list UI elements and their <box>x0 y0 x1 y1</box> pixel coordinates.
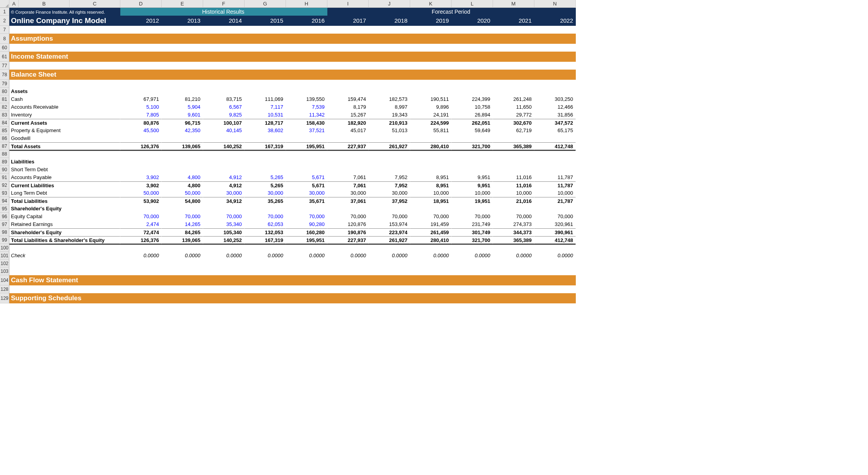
cell[interactable]: 261,459 <box>410 228 452 236</box>
blank-row[interactable] <box>9 44 576 52</box>
cell[interactable]: 7,952 <box>369 174 410 181</box>
year-2016[interactable]: 2016 <box>286 16 327 26</box>
cell[interactable]: 100,107 <box>203 119 245 127</box>
cell[interactable]: 34,912 <box>203 197 245 205</box>
col-header-I[interactable]: I <box>327 0 369 8</box>
cell[interactable]: 19,951 <box>452 197 493 205</box>
label-ppe[interactable]: Property & Equipment <box>9 127 120 134</box>
cell[interactable]: 10,000 <box>493 189 534 197</box>
cell[interactable]: 182,920 <box>327 119 369 127</box>
spreadsheet-grid[interactable]: A B C D E F G H I J K L M N 1 © Corporat… <box>0 0 868 303</box>
row-header[interactable]: 87 <box>0 142 9 150</box>
year-2015[interactable]: 2015 <box>245 16 286 26</box>
row-header[interactable]: 89 <box>0 158 9 166</box>
cell[interactable]: 9,601 <box>162 111 203 119</box>
blank-row[interactable] <box>9 26 576 34</box>
cell[interactable]: 37,521 <box>286 127 327 134</box>
label-inventory[interactable]: Inventory <box>9 111 120 119</box>
cell[interactable]: 0.0000 <box>203 252 245 260</box>
cell[interactable]: 50,000 <box>120 189 162 197</box>
year-2013[interactable]: 2013 <box>162 16 203 26</box>
cell[interactable]: 81,210 <box>162 95 203 103</box>
cell[interactable]: 30,000 <box>203 189 245 197</box>
cell[interactable]: 7,061 <box>327 174 369 181</box>
row-header[interactable]: 83 <box>0 111 9 119</box>
cell[interactable]: 5,671 <box>286 181 327 189</box>
row-header[interactable]: 95 <box>0 205 9 213</box>
year-2012[interactable]: 2012 <box>120 16 162 26</box>
cell[interactable]: 120,876 <box>327 220 369 228</box>
cell[interactable]: 5,265 <box>245 174 286 181</box>
cell[interactable]: 14,265 <box>162 220 203 228</box>
cell[interactable]: 12,466 <box>534 103 576 111</box>
section-assumptions[interactable]: Assumptions <box>9 34 576 44</box>
cell[interactable]: 11,787 <box>534 174 576 181</box>
label-check[interactable]: Check <box>9 252 120 260</box>
cell[interactable]: 261,248 <box>493 95 534 103</box>
cell[interactable]: 9,825 <box>203 111 245 119</box>
cell[interactable]: 0.0000 <box>452 252 493 260</box>
row-header[interactable]: 128 <box>0 285 9 293</box>
cell[interactable]: 153,974 <box>369 220 410 228</box>
cell[interactable]: 301,749 <box>452 228 493 236</box>
cell[interactable]: 227,937 <box>327 236 369 244</box>
cell[interactable]: 37,061 <box>327 197 369 205</box>
row-header[interactable]: 84 <box>0 119 9 127</box>
cell[interactable]: 0.0000 <box>327 252 369 260</box>
cell[interactable]: 158,430 <box>286 119 327 127</box>
cell[interactable]: 11,342 <box>286 111 327 119</box>
row-header[interactable]: 98 <box>0 228 9 236</box>
row-header[interactable]: 61 <box>0 52 9 62</box>
cell[interactable]: 5,671 <box>286 174 327 181</box>
cell[interactable]: 365,389 <box>493 142 534 150</box>
cell[interactable]: 347,572 <box>534 119 576 127</box>
row-header[interactable]: 101 <box>0 252 9 260</box>
cell[interactable]: 10,000 <box>452 189 493 197</box>
cell[interactable]: 24,191 <box>410 111 452 119</box>
select-all-corner[interactable] <box>0 0 9 8</box>
cell[interactable]: 132,053 <box>245 228 286 236</box>
row-header[interactable]: 80 <box>0 88 9 95</box>
cell[interactable]: 365,389 <box>493 236 534 244</box>
cell[interactable]: 31,856 <box>534 111 576 119</box>
row-header[interactable]: 8 <box>0 34 9 44</box>
cell[interactable]: 190,876 <box>327 228 369 236</box>
cell[interactable]: 139,065 <box>162 142 203 150</box>
year-2020[interactable]: 2020 <box>452 16 493 26</box>
cell[interactable]: 40,145 <box>203 127 245 134</box>
cell[interactable]: 8,179 <box>327 103 369 111</box>
cell[interactable]: 4,912 <box>203 181 245 189</box>
cell[interactable]: 4,800 <box>162 181 203 189</box>
cell[interactable]: 10,000 <box>410 189 452 197</box>
cell[interactable]: 261,927 <box>369 142 410 150</box>
col-header-K[interactable]: K <box>410 0 452 8</box>
cell[interactable]: 55,811 <box>410 127 452 134</box>
row-header[interactable]: 88 <box>0 150 9 158</box>
row-header[interactable]: 86 <box>0 134 9 142</box>
label-current-assets[interactable]: Current Assets <box>9 119 120 127</box>
cell[interactable]: 321,700 <box>452 142 493 150</box>
label-ar[interactable]: Accounts Receivable <box>9 103 120 111</box>
col-header-L[interactable]: L <box>452 0 493 8</box>
col-header-A[interactable]: A <box>9 0 19 8</box>
row-header[interactable]: 93 <box>0 189 9 197</box>
section-cashflow[interactable]: Cash Flow Statement <box>9 275 576 285</box>
cell[interactable]: 280,410 <box>410 236 452 244</box>
cell[interactable]: 11,787 <box>534 181 576 189</box>
cell[interactable]: 390,961 <box>534 228 576 236</box>
cell[interactable]: 70,000 <box>286 213 327 220</box>
row-header[interactable]: 79 <box>0 80 9 88</box>
cell[interactable]: 26,894 <box>452 111 493 119</box>
cell[interactable]: 11,016 <box>493 181 534 189</box>
cell[interactable]: 70,000 <box>410 213 452 220</box>
cell[interactable]: 262,051 <box>452 119 493 127</box>
cell[interactable]: 224,399 <box>452 95 493 103</box>
cell[interactable]: 5,904 <box>162 103 203 111</box>
label-she-total[interactable]: Shareholder's Equity <box>9 228 120 236</box>
label-goodwill[interactable]: Goodwill <box>9 134 120 142</box>
cell[interactable]: 140,252 <box>203 236 245 244</box>
label-liabilities[interactable]: Liabilities <box>9 158 120 166</box>
cell[interactable]: 3,902 <box>120 181 162 189</box>
cell[interactable]: 128,717 <box>245 119 286 127</box>
row-header[interactable]: 102 <box>0 260 9 267</box>
